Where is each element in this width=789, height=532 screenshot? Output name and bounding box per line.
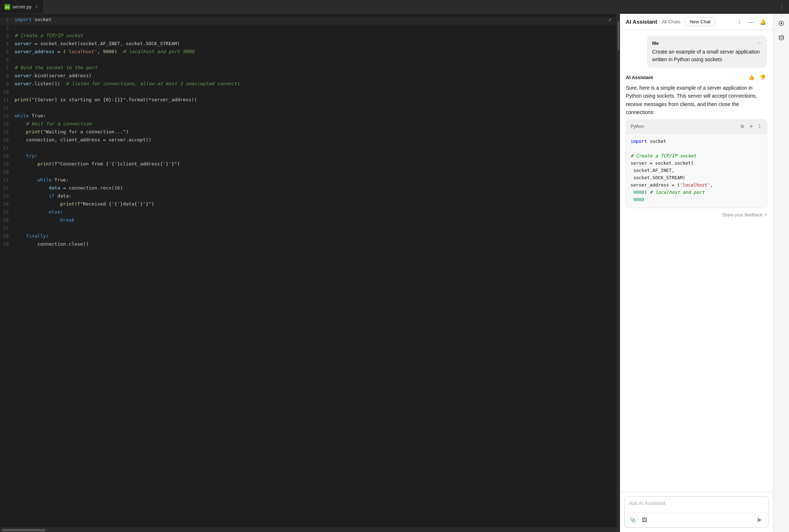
code-line-27: 27 <box>0 225 617 233</box>
format-code-button[interactable]: ≡ <box>748 123 754 130</box>
user-message-text: Create an example of a small server appl… <box>652 48 762 63</box>
ai-message-actions: 👍 👎 <box>747 74 767 81</box>
python-file-icon: py <box>4 4 10 10</box>
ai-message-text: Sure, here is a simple example of a serv… <box>626 84 767 117</box>
code-line-8: 8 server.bind(server_address) <box>0 73 617 81</box>
code-block: Python ⧉ ≡ ⤵ import socket # Create a TC… <box>626 120 767 208</box>
insert-code-button[interactable]: ⤵ <box>757 123 762 130</box>
user-message-header: Me ⋯ <box>652 40 762 46</box>
send-message-button[interactable] <box>754 515 765 525</box>
feedback-link[interactable]: Share your feedback ↗ <box>626 211 767 219</box>
code-line-28: 28 finally: <box>0 233 617 241</box>
code-line-23: 23 if data: <box>0 193 617 201</box>
line-check-icon: ✓ <box>607 17 614 23</box>
ai-message-header: AI Assistant 👍 👎 <box>626 74 767 81</box>
code-line-17: 17 <box>0 145 617 153</box>
message-more-button[interactable]: ⋯ <box>757 40 762 46</box>
code-line-4: 4 server = socket.socket(socket.AF_INET,… <box>0 41 617 49</box>
code-line-16: 16 connection, client_address = server.a… <box>0 137 617 145</box>
ai-input-toolbar: 📎 🖼 <box>625 512 768 527</box>
code-language-label: Python <box>631 124 644 129</box>
code-line-1: 1 import socket ✓ <box>0 17 617 25</box>
code-line-3: 3 # Create a TCP/IP socket <box>0 33 617 41</box>
code-line-7: 7 # Bind the socket to the port <box>0 65 617 73</box>
code-line-15: 15 print("Waiting for a connection...") <box>0 129 617 137</box>
code-line-29: 29 connection.close() <box>0 241 617 249</box>
code-line-26: 26 break <box>0 217 617 225</box>
thumbs-down-button[interactable]: 👎 <box>758 74 767 81</box>
copy-code-button[interactable]: ⧉ <box>739 123 745 130</box>
ai-message: AI Assistant 👍 👎 Sure, here is a simple … <box>626 74 767 219</box>
ai-input-left-actions: 📎 🖼 <box>628 516 649 524</box>
editor-content[interactable]: 1 import socket ✓ 2 3 # Create a TCP/IP … <box>0 14 617 528</box>
editor-pane: 1 import socket ✓ 2 3 # Create a TCP/IP … <box>0 14 617 532</box>
code-line-11: 11 print("[Server] is starting on {0}:{1… <box>0 97 617 105</box>
code-line-21: 21 while True: <box>0 177 617 185</box>
attach-icon[interactable]: 📎 <box>628 516 637 524</box>
code-line-12: 12 <box>0 105 617 113</box>
image-attach-icon[interactable]: 🖼 <box>640 516 649 524</box>
code-line-2: 2 <box>0 25 617 33</box>
code-line-25: 25 else: <box>0 209 617 217</box>
file-tab[interactable]: py server.py × <box>0 0 44 13</box>
thumbs-up-button[interactable]: 👍 <box>747 74 756 81</box>
ai-messages-area[interactable]: Me ⋯ Create an example of a small server… <box>620 30 773 492</box>
editor-horizontal-scrollbar[interactable] <box>0 528 617 532</box>
main-layout: 1 import socket ✓ 2 3 # Create a TCP/IP … <box>0 14 789 532</box>
code-line-5: 5 server_address = ('localhost', 9000) #… <box>0 49 617 57</box>
code-block-content: import socket # Create a TCP/IP socket s… <box>626 133 767 208</box>
ai-input-area: 📎 🖼 <box>620 492 773 532</box>
tab-more-button[interactable]: ⋮ <box>774 3 789 10</box>
svg-point-0 <box>780 23 782 24</box>
tab-close-button[interactable]: × <box>35 4 38 9</box>
new-chat-button[interactable]: New Chat <box>685 17 715 26</box>
code-line-6: 6 <box>0 57 617 65</box>
ai-assistant-sidebar-icon[interactable] <box>775 17 788 30</box>
database-sidebar-icon[interactable] <box>775 31 788 44</box>
code-line-13: 13 while True: <box>0 113 617 121</box>
ai-panel-header: AI Assistant All Chats New Chat ⋮ — 🔔 <box>620 14 773 30</box>
right-sidebar <box>773 14 789 532</box>
svg-point-1 <box>779 36 784 37</box>
user-message: Me ⋯ Create an example of a small server… <box>647 36 767 68</box>
all-chats-link[interactable]: All Chats <box>662 19 680 24</box>
code-line-20: 20 <box>0 169 617 177</box>
code-block-header: Python ⧉ ≡ ⤵ <box>626 120 767 133</box>
code-line-14: 14 # Wait for a connection <box>0 121 617 129</box>
file-tab-name: server.py <box>12 4 32 9</box>
ai-header-controls: ⋮ — 🔔 <box>735 17 767 26</box>
ai-input-wrapper: 📎 🖼 <box>624 496 769 528</box>
code-line-22: 22 data = connection.recv(16) <box>0 185 617 193</box>
minimize-icon[interactable]: — <box>747 17 755 26</box>
code-line-18: 18 try: <box>0 153 617 161</box>
code-line-19: 19 print(f"Connection from {'{'}client_a… <box>0 161 617 169</box>
ai-assistant-panel: AI Assistant All Chats New Chat ⋮ — 🔔 Me… <box>620 14 773 532</box>
scrollbar-thumb-vertical <box>618 21 619 50</box>
code-line-24: 24 print(f"Received {'{'}data{'}'}") <box>0 201 617 209</box>
code-line-10: 10 <box>0 89 617 97</box>
editor-vertical-scrollbar[interactable] <box>617 14 620 532</box>
user-message-wrapper: Me ⋯ Create an example of a small server… <box>626 36 767 68</box>
scrollbar-thumb <box>1 529 45 531</box>
code-block-actions: ⧉ ≡ ⤵ <box>739 123 762 130</box>
user-name-label: Me <box>652 40 659 46</box>
tab-bar: py server.py × ⋮ <box>0 0 789 14</box>
ai-sender-name: AI Assistant <box>626 75 653 80</box>
notification-icon[interactable]: 🔔 <box>758 17 767 26</box>
code-line-9: 9 server.listen(1) # listen for connecti… <box>0 81 617 89</box>
ai-input-field[interactable] <box>625 497 768 511</box>
more-options-icon[interactable]: ⋮ <box>735 17 744 26</box>
ai-panel-title: AI Assistant <box>626 19 657 25</box>
